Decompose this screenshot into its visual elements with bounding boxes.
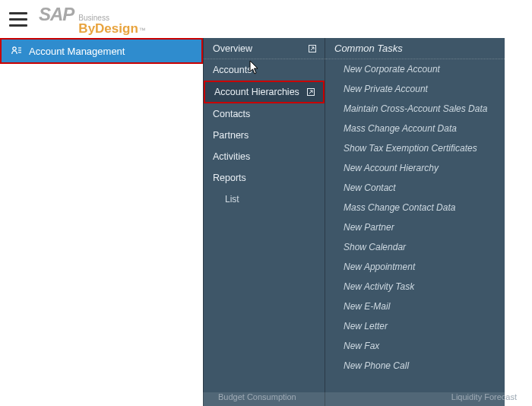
bg-label-right: Liquidity Forecast bbox=[436, 392, 532, 406]
l2-item-account-hierarchies[interactable]: Account Hierarchies bbox=[204, 81, 325, 103]
l3-item[interactable]: New Phone Call bbox=[325, 356, 505, 376]
sidebar-level-3: Common Tasks New Corporate Account New P… bbox=[325, 38, 505, 406]
launch-icon bbox=[306, 87, 315, 97]
sidebar-level-1: Account Management bbox=[0, 38, 203, 406]
logo-tm: ™ bbox=[139, 27, 146, 34]
l3-item[interactable]: New Appointment bbox=[325, 257, 505, 277]
sidebar-level-2: Overview Accounts Account Hierarchies Co… bbox=[203, 38, 325, 406]
l2-label: Activities bbox=[213, 151, 250, 162]
l3-item[interactable]: New Activity Task bbox=[325, 277, 505, 297]
sidebar-item-label: Account Management bbox=[29, 46, 125, 57]
l3-item[interactable]: New Letter bbox=[325, 316, 505, 336]
l2-item-reports[interactable]: Reports bbox=[204, 167, 325, 189]
l3-item[interactable]: New Partner bbox=[325, 217, 505, 237]
l3-item[interactable]: New Account Hierarchy bbox=[325, 158, 505, 178]
l3-item[interactable]: New Contact bbox=[325, 178, 505, 198]
l3-item[interactable]: Show Calendar bbox=[325, 237, 505, 257]
l3-item[interactable]: New Private Account bbox=[325, 79, 505, 99]
svg-point-0 bbox=[13, 47, 16, 50]
l2-item-overview[interactable]: Overview bbox=[204, 38, 325, 59]
l2-item-contacts[interactable]: Contacts bbox=[204, 103, 325, 125]
logo-sap-text: SAP bbox=[39, 4, 74, 25]
l2-label: Overview bbox=[213, 43, 252, 54]
logo-bydesign-text: ByDesign bbox=[78, 21, 138, 36]
l2-label: Partners bbox=[213, 130, 249, 141]
l2-label: Contacts bbox=[213, 109, 250, 119]
hamburger-menu-icon[interactable] bbox=[9, 12, 27, 27]
sap-logo: SAP Business ByDesign™ bbox=[39, 4, 146, 35]
sidebar-item-account-management[interactable]: Account Management bbox=[0, 38, 203, 64]
l3-item[interactable]: New E-Mail bbox=[325, 297, 505, 316]
l3-header: Common Tasks bbox=[325, 38, 505, 59]
l2-item-partners[interactable]: Partners bbox=[204, 125, 325, 146]
l2-label: Account Hierarchies bbox=[214, 87, 299, 97]
bg-label-left: Budget Consumption bbox=[203, 392, 312, 406]
l2-item-accounts[interactable]: Accounts bbox=[204, 59, 325, 81]
background-tile-labels: Budget Consumption Liquidity Forecast bbox=[203, 392, 532, 406]
l2-sub-label: List bbox=[225, 194, 239, 205]
l3-item[interactable]: Mass Change Account Data bbox=[325, 119, 505, 138]
l3-item[interactable]: New Corporate Account bbox=[325, 59, 505, 79]
l3-item[interactable]: Maintain Cross-Account Sales Data bbox=[325, 99, 505, 119]
l2-label: Reports bbox=[213, 173, 246, 183]
header: SAP Business ByDesign™ bbox=[0, 0, 532, 38]
launch-icon bbox=[308, 44, 317, 53]
l2-label: Accounts bbox=[213, 65, 252, 75]
l3-item[interactable]: Show Tax Exemption Certificates bbox=[325, 138, 505, 158]
person-list-icon bbox=[11, 45, 23, 57]
main-nav-container: Account Management Overview Accounts Acc… bbox=[0, 38, 532, 406]
l3-item[interactable]: Mass Change Contact Data bbox=[325, 198, 505, 217]
l2-subitem-list[interactable]: List bbox=[204, 189, 325, 210]
l2-item-activities[interactable]: Activities bbox=[204, 146, 325, 167]
l3-item[interactable]: New Fax bbox=[325, 336, 505, 356]
